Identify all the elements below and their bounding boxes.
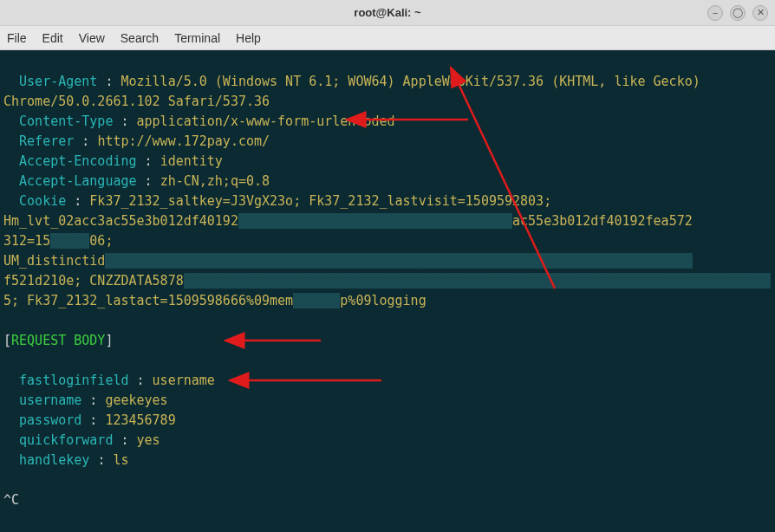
menu-help[interactable]: Help: [236, 31, 261, 45]
header-cookie-key: Cookie: [19, 193, 66, 209]
body-handlekey-val: ls: [113, 452, 128, 468]
maximize-button[interactable]: ◯: [730, 5, 746, 21]
menu-file[interactable]: File: [7, 31, 27, 45]
menu-view[interactable]: View: [79, 31, 105, 45]
terminal-output: User-Agent : Mozilla/5.0 (Windows NT 6.1…: [3, 72, 772, 532]
body-password-key: password: [19, 412, 81, 428]
body-username-val: geekeyes: [105, 393, 167, 408]
header-accept-language-val: zh-CN,zh;q=0.8: [160, 173, 270, 189]
header-accept-encoding-key: Accept-Encoding: [19, 153, 136, 169]
body-username-key: username: [19, 393, 81, 408]
terminal-window: root@Kali: ~ − ◯ ✕ File Edit View Search…: [0, 0, 775, 532]
redacted-region: xxxxxx: [293, 293, 340, 308]
body-password-val: 123456789: [105, 412, 175, 428]
close-button[interactable]: ✕: [752, 5, 768, 21]
section-request-body: REQUEST BODY: [11, 333, 105, 348]
redacted-region: xxxxxxxxxxxxxxxxxxxxxxxxxxxxxxxxxxxxxxxx…: [184, 273, 771, 289]
header-referer-key: Referer: [19, 133, 74, 149]
titlebar: root@Kali: ~ − ◯ ✕: [0, 0, 775, 26]
terminal-body[interactable]: User-Agent : Mozilla/5.0 (Windows NT 6.1…: [0, 50, 775, 532]
window-title: root@Kali: ~: [354, 6, 420, 19]
header-user-agent-key: User-Agent: [19, 74, 97, 89]
menu-search[interactable]: Search: [120, 31, 159, 45]
body-fastloginfield-key: fastloginfield: [19, 373, 128, 388]
minimize-button[interactable]: −: [707, 5, 723, 21]
header-accept-language-key: Accept-Language: [19, 173, 136, 189]
header-content-type-key: Content-Type: [19, 114, 113, 129]
header-cookie-val-6: 5; Fk37_2132_lastact=1509598666%09mem: [3, 293, 293, 308]
body-fastloginfield-val: username: [153, 373, 215, 388]
header-accept-encoding-val: identity: [160, 153, 223, 169]
redacted-region: xxxxx: [50, 233, 89, 249]
header-content-type-val: application/x-www-form-urlencoded: [137, 114, 395, 129]
window-controls: − ◯ ✕: [707, 5, 768, 21]
menu-terminal[interactable]: Terminal: [174, 31, 220, 45]
header-cookie-val-3: 312=15: [3, 233, 50, 249]
redacted-region: xxxxxxxxxxxxxxxxxxxxxxxxxxxxxxxxxxx: [238, 213, 512, 229]
body-quickforward-val: yes: [137, 432, 160, 448]
menu-edit[interactable]: Edit: [42, 31, 63, 45]
interrupt-text: ^C: [3, 492, 19, 508]
body-quickforward-key: quickforward: [19, 432, 113, 448]
redacted-region: xxxxxxxxxxxxxxxxxxxxxxxxxxxxxxxxxxxxxxxx…: [105, 253, 692, 269]
header-referer-val: http://www.172pay.com/: [97, 133, 270, 149]
header-cookie-val-7: p%09logging: [340, 293, 426, 308]
header-cookie-val-2: ac55e3b012df40192fea572: [512, 213, 693, 229]
body-handlekey-key: handlekey: [19, 452, 89, 468]
header-cookie-val-5: f521d210e; CNZZDATA5878: [3, 273, 184, 289]
menubar: File Edit View Search Terminal Help: [0, 26, 775, 50]
